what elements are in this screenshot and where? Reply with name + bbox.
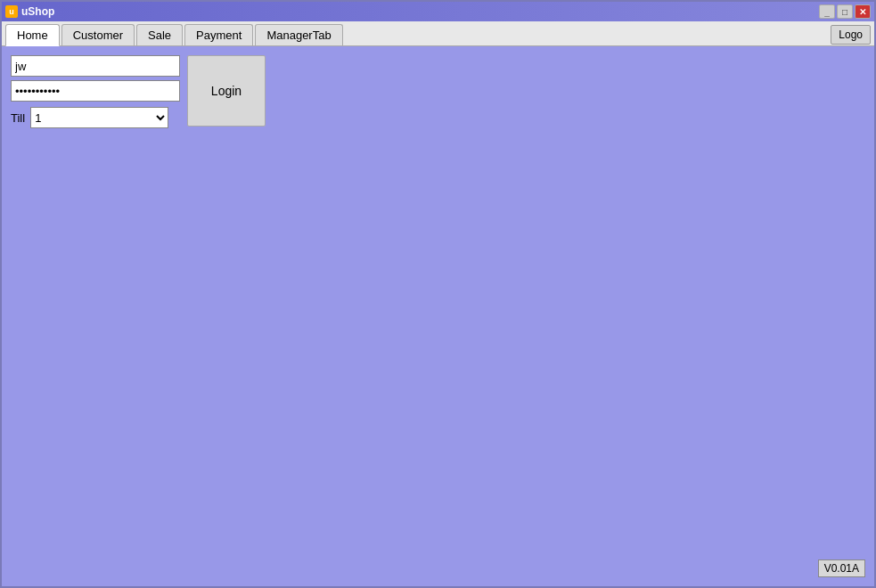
title-bar-controls: _ □ ✕: [819, 4, 871, 19]
username-input[interactable]: [11, 55, 180, 77]
maximize-button[interactable]: □: [837, 4, 853, 19]
tab-payment[interactable]: Payment: [184, 24, 253, 45]
till-select[interactable]: 1 2 3: [30, 107, 168, 128]
tab-customer[interactable]: Customer: [61, 24, 135, 45]
minimize-button[interactable]: _: [819, 4, 835, 19]
title-bar-left: u uShop: [5, 5, 54, 18]
menu-bar: Home Customer Sale Payment ManagerTab Lo…: [2, 21, 874, 46]
till-row: Till 1 2 3: [11, 107, 180, 128]
version-badge: V0.01A: [818, 559, 865, 577]
tab-managertab[interactable]: ManagerTab: [255, 24, 342, 45]
logo-button[interactable]: Logo: [831, 25, 871, 45]
close-button[interactable]: ✕: [855, 4, 871, 19]
till-label: Till: [11, 111, 25, 125]
login-button[interactable]: Login: [187, 55, 266, 127]
title-bar: u uShop _ □ ✕: [2, 2, 874, 21]
window-title: uShop: [21, 5, 54, 18]
content-area: Till 1 2 3 Login V0.01A: [2, 46, 874, 586]
app-icon: u: [5, 5, 18, 18]
login-fields: Till 1 2 3: [11, 55, 180, 128]
app-window: u uShop _ □ ✕ Home Customer Sale Payment…: [0, 0, 876, 588]
login-section: Till 1 2 3 Login: [11, 55, 865, 128]
tab-sale[interactable]: Sale: [136, 24, 183, 45]
password-input[interactable]: [11, 80, 180, 102]
tab-home[interactable]: Home: [5, 24, 60, 46]
